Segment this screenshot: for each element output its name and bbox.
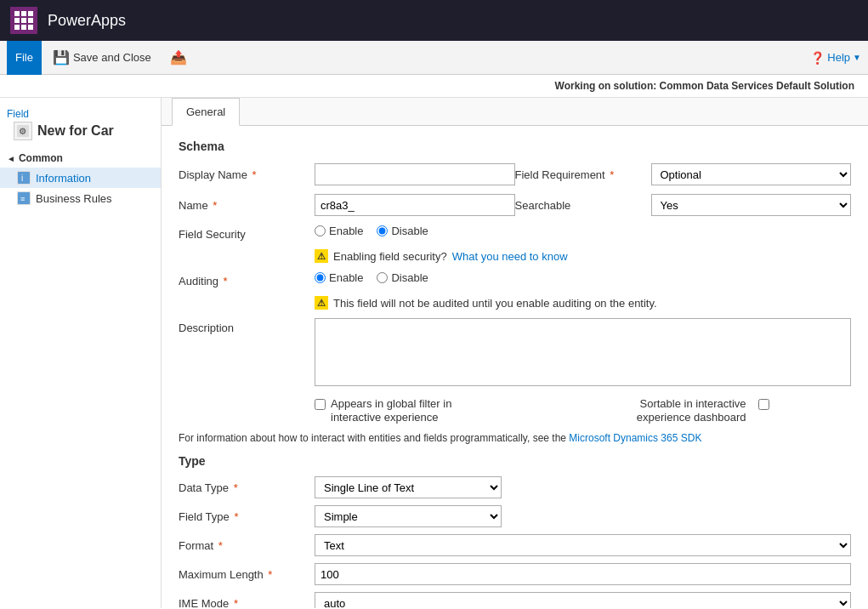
searchable-select[interactable]: Yes No xyxy=(651,194,852,216)
auditing-required: * xyxy=(224,275,228,287)
svg-text:i: i xyxy=(21,174,23,183)
nav-section-title: ◄ Common xyxy=(0,149,161,168)
top-bar: PowerApps xyxy=(0,0,868,41)
sidebar-item-business-rules-label: Business Rules xyxy=(36,192,112,205)
field-type-required: * xyxy=(234,510,238,523)
publish-icon: 📤 xyxy=(170,49,187,65)
solution-text: Working on solution: Common Data Service… xyxy=(555,80,854,92)
entity-link[interactable]: Field xyxy=(7,108,154,120)
schema-section-title: Schema xyxy=(179,139,851,153)
field-security-disable-radio[interactable] xyxy=(377,225,388,236)
format-label: Format * xyxy=(179,539,315,552)
auditing-disable-radio[interactable] xyxy=(377,272,388,283)
help-label: Help xyxy=(827,51,850,64)
sortable-checkbox[interactable] xyxy=(758,399,769,410)
max-length-label: Maximum Length * xyxy=(179,568,315,581)
save-button[interactable]: 💾 Save and Close xyxy=(45,45,159,70)
field-security-disable-label[interactable]: Disable xyxy=(377,225,428,237)
field-security-warning-row: ⚠ Enabling field security? What you need… xyxy=(315,249,851,263)
publish-button[interactable]: 📤 xyxy=(162,45,195,70)
auditing-warning-row: ⚠ This field will not be audited until y… xyxy=(315,296,851,310)
ime-mode-row: IME Mode * auto active inactive disabled xyxy=(179,592,851,608)
data-type-select[interactable]: Single Line of Text Multiple Lines of Te… xyxy=(315,476,502,498)
save-label: Save and Close xyxy=(73,51,151,64)
file-button[interactable]: File xyxy=(7,41,42,75)
auditing-enable-radio[interactable] xyxy=(315,272,326,283)
field-security-link[interactable]: What you need to know xyxy=(452,250,568,263)
auditing-enable-label[interactable]: Enable xyxy=(315,271,363,284)
waffle-button[interactable] xyxy=(10,7,37,34)
entity-title: ⚙ New for Car xyxy=(7,120,154,147)
sortable-col: Sortable in interactiveexperience dashbo… xyxy=(583,397,852,424)
field-requirement-select[interactable]: Optional Business Recommended Business R… xyxy=(651,163,852,185)
display-name-label: Display Name * xyxy=(179,168,315,181)
description-control xyxy=(315,318,851,389)
ime-mode-select[interactable]: auto active inactive disabled xyxy=(315,592,851,608)
name-col: Name * xyxy=(179,194,515,216)
warning-icon-auditing: ⚠ xyxy=(315,296,328,310)
field-requirement-label: Field Requirement * xyxy=(515,168,651,181)
auditing-label: Auditing * xyxy=(179,271,315,287)
sidebar-item-information-label: Information xyxy=(36,172,91,185)
global-filter-label-line2: interactive experience xyxy=(331,411,451,424)
checkbox-row: Appears in global filter in interactive … xyxy=(179,397,851,424)
nav-section-label: Common xyxy=(19,152,63,164)
sidebar: Field ⚙ New for Car ◄ Common i Informati… xyxy=(0,98,162,608)
global-filter-col: Appears in global filter in interactive … xyxy=(179,397,583,424)
field-security-enable-radio[interactable] xyxy=(315,225,326,236)
global-filter-label-line1: Appears in global filter in xyxy=(331,397,451,411)
entity-icon: ⚙ xyxy=(14,122,32,140)
searchable-col: Searchable Yes No xyxy=(515,194,852,216)
auditing-disable-text: Disable xyxy=(391,271,428,284)
description-textarea[interactable] xyxy=(315,318,851,386)
ime-mode-required: * xyxy=(234,597,238,608)
description-label: Description xyxy=(179,318,315,334)
format-select[interactable]: Text Email URL Ticker Symbol Phone xyxy=(315,534,851,556)
field-security-row: Field Security Enable Disable xyxy=(179,225,851,241)
content-area: General Schema Display Name * Field Requ… xyxy=(162,98,868,608)
info-link-row: For information about how to interact wi… xyxy=(179,432,851,444)
field-requirement-required: * xyxy=(610,168,614,181)
name-input[interactable] xyxy=(315,194,515,216)
field-security-enable-text: Enable xyxy=(329,225,363,237)
solution-bar: Working on solution: Common Data Service… xyxy=(0,75,868,98)
info-link-prefix: For information about how to interact wi… xyxy=(179,432,566,444)
svg-rect-2 xyxy=(18,172,30,184)
global-filter-label-group: Appears in global filter in interactive … xyxy=(331,397,451,424)
auditing-disable-label[interactable]: Disable xyxy=(377,271,428,284)
field-security-label: Field Security xyxy=(179,225,315,241)
field-type-label: Field Type * xyxy=(179,510,315,523)
sidebar-item-information[interactable]: i Information xyxy=(0,168,161,188)
entity-title-text: New for Car xyxy=(37,123,114,139)
format-row: Format * Text Email URL Ticker Symbol Ph… xyxy=(179,534,851,556)
field-security-radios: Enable Disable xyxy=(315,225,851,237)
entity-header: Field ⚙ New for Car xyxy=(0,105,161,149)
form-content: Schema Display Name * Field Requirement … xyxy=(162,126,868,608)
nav-section-arrow: ◄ xyxy=(7,154,15,163)
field-security-enable-label[interactable]: Enable xyxy=(315,225,363,237)
warning-icon-field-security: ⚠ xyxy=(315,249,328,263)
data-type-required: * xyxy=(234,481,238,494)
tab-general[interactable]: General xyxy=(172,98,240,126)
display-name-input[interactable] xyxy=(315,163,515,185)
type-section-title: Type xyxy=(179,454,851,468)
ime-mode-label: IME Mode * xyxy=(179,597,315,608)
data-type-row: Data Type * Single Line of Text Multiple… xyxy=(179,476,851,498)
sidebar-item-business-rules[interactable]: ≡ Business Rules xyxy=(0,188,161,208)
sdk-link[interactable]: Microsoft Dynamics 365 SDK xyxy=(569,432,701,444)
global-filter-checkbox[interactable] xyxy=(315,399,326,410)
name-required: * xyxy=(213,199,217,212)
field-security-disable-text: Disable xyxy=(391,225,428,237)
data-type-label: Data Type * xyxy=(179,481,315,494)
svg-text:≡: ≡ xyxy=(20,195,25,203)
display-name-col: Display Name * xyxy=(179,163,515,185)
format-required: * xyxy=(218,539,223,552)
max-length-input[interactable] xyxy=(315,563,851,585)
auditing-radios: Enable Disable xyxy=(315,271,851,284)
business-rules-icon: ≡ xyxy=(17,191,31,205)
svg-text:⚙: ⚙ xyxy=(19,127,26,136)
toolbar: File 💾 Save and Close 📤 ❓ Help ▼ xyxy=(0,41,868,75)
tab-bar: General xyxy=(162,98,868,126)
help-button[interactable]: ❓ Help ▼ xyxy=(810,51,861,65)
field-type-select[interactable]: Simple Calculated Rollup xyxy=(315,505,502,527)
